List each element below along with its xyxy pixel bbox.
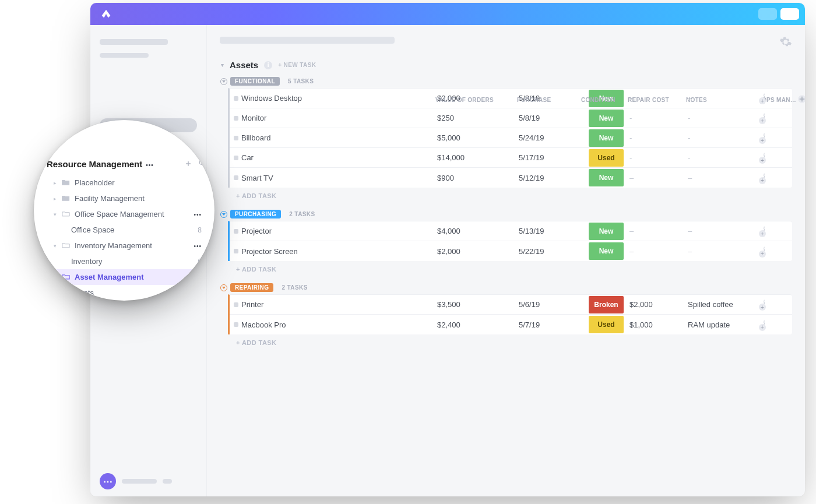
task-repair: - [629,153,688,162]
task-value: $5,000 [437,133,519,142]
task-value: $250 [437,114,519,122]
add-folder-icon[interactable]: ＋ [184,158,192,169]
task-row[interactable]: Printer $3,500 5/6/19 Broken $2,000 Spil… [230,295,792,315]
add-task-button[interactable]: + Add Task [220,334,792,348]
item-menu-icon[interactable] [194,241,202,250]
assignee-add[interactable] [764,153,765,163]
window-controls [758,8,799,20]
tree-item[interactable]: ▸ Placeholder [42,175,206,191]
new-task-button[interactable]: + New Task [278,62,316,68]
tree-label: Asset Management [75,273,143,281]
assignee-add[interactable] [764,320,765,330]
tree-twisty[interactable]: ▾ [52,243,57,249]
space-menu-icon[interactable] [146,159,154,169]
tree-label: Facility Management [75,194,145,203]
item-count: 8 [198,226,202,234]
sidebar-zoom-lens: Resource Management ＋ ▸ Placeholder ▸ Fa… [34,120,214,301]
condition-badge: Used [589,316,624,333]
add-column-button[interactable] [797,94,805,105]
tree-item[interactable]: ▾ Office Space Management [42,206,206,222]
list-title: Assets [230,60,258,70]
task-name: Macbook Pro [241,320,437,329]
assignee-add[interactable] [764,299,765,309]
task-row[interactable]: Projector Screen $2,000 5/22/19 New – – [230,241,792,261]
task-status-dot [234,322,238,327]
task-value: $2,000 [437,94,519,103]
condition-badge: Broken [589,296,624,313]
task-purchase: 5/8/19 [519,94,583,103]
folder-icon [62,210,70,218]
task-repair: $1,000 [629,320,688,329]
task-name: Projector [241,227,437,235]
task-purchase: 5/17/19 [519,153,583,162]
tree-twisty[interactable]: ▸ [52,196,57,202]
task-notes: RAM update [688,320,764,329]
tree-twisty[interactable]: ▾ [52,274,57,280]
window-control-max[interactable] [780,8,799,20]
main-content: ▾ Assets i + New Task Value of Orders Pu… [207,25,805,496]
tree-twisty[interactable]: ▾ [52,212,57,217]
task-row[interactable]: Projector $4,000 5/13/19 New – – [230,221,792,241]
task-status-dot [234,136,238,140]
task-value: $3,500 [437,300,519,309]
task-row[interactable]: Macbook Pro $2,400 5/7/19 Used $1,000 RA… [230,315,792,334]
tree-item[interactable]: Office Space 8 [42,222,206,238]
status-chip[interactable]: Repairing [230,283,273,292]
task-name: Billboard [241,133,437,142]
tree-label: Office Space Management [75,210,164,218]
task-row[interactable]: Car $14,000 5/17/19 Used - - [230,148,792,168]
assignee-add[interactable] [764,113,765,123]
tree-label: Inventory Management [75,241,152,250]
task-row[interactable]: Monitor $250 5/8/19 New - - [230,108,792,128]
task-name: Printer [241,300,437,309]
task-purchase: 5/12/19 [519,174,583,182]
chat-icon[interactable] [100,473,116,489]
clickup-logo-icon [100,8,112,20]
group-repairing: Repairing 2 Tasks Printer $3,500 5/6/19 … [220,281,792,348]
task-value: $4,000 [437,227,519,235]
settings-button[interactable] [779,36,792,51]
tree-label: Office Space [71,225,114,234]
group-caret[interactable] [220,78,228,85]
tree-item[interactable]: ▸ Facility Management [42,191,206,206]
assignee-add[interactable] [764,173,765,183]
window-control-min[interactable] [758,8,777,20]
task-row[interactable]: Smart TV $900 5/12/19 New – – [230,168,792,188]
info-icon[interactable]: i [264,61,272,69]
task-notes: – [688,174,764,182]
add-task-button[interactable]: + Add Task [220,261,792,275]
condition-badge: New [589,223,624,240]
condition-badge: Used [589,149,624,167]
task-purchase: 5/6/19 [519,300,583,309]
add-task-button[interactable]: + Add Task [220,188,792,202]
status-chip[interactable]: Functional [230,77,280,86]
list-header: ▾ Assets i + New Task [220,60,792,70]
folder-icon [62,178,70,187]
assignee-add[interactable] [764,246,765,256]
space-title: Resource Management [47,159,142,169]
task-status-dot [234,249,238,253]
task-notes: – [688,247,764,256]
status-chip[interactable]: Purchasing [230,210,281,218]
tree-item[interactable]: Inventory 6 [42,253,206,269]
task-purchase: 5/22/19 [519,247,583,256]
group-caret[interactable] [220,211,228,218]
list-collapse-caret[interactable]: ▾ [221,62,224,68]
task-row[interactable]: Billboard $5,000 5/24/19 New - - [230,128,792,148]
tree-twisty[interactable]: ▸ [52,180,57,186]
group-functional: Functional 5 Tasks Windows Desktop $2,00… [220,75,792,202]
title-bar [90,3,805,25]
assignee-add[interactable] [764,133,765,143]
task-status-dot [234,229,238,234]
assignee-add[interactable] [764,226,765,236]
tree-label: Placeholder [75,178,115,187]
assignee-add[interactable] [764,93,765,103]
item-menu-icon[interactable] [194,210,202,218]
task-purchase: 5/7/19 [519,320,583,329]
group-caret[interactable] [220,284,228,291]
tree-item[interactable]: ▾ Inventory Management [42,238,206,253]
task-row[interactable]: Windows Desktop $2,000 5/8/19 New – – [230,89,792,108]
tasks-count: 2 Tasks [282,284,307,291]
task-notes: – [688,94,764,103]
task-value: $14,000 [437,153,519,162]
